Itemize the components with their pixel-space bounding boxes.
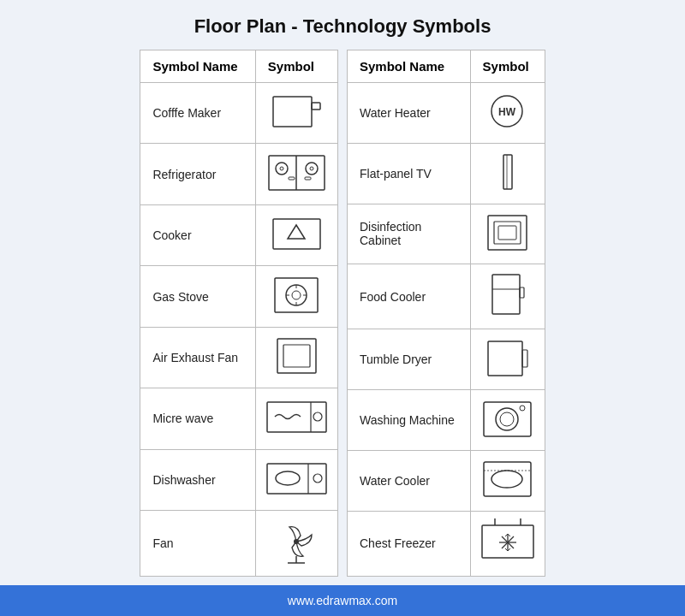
page-title: Floor Plan - Technology Symbols <box>194 0 491 50</box>
symbol-name: Micre wave <box>140 388 255 449</box>
symbol-cell <box>470 204 545 264</box>
table-row: Water Cooler <box>348 451 545 512</box>
svg-rect-41 <box>488 341 522 376</box>
footer: www.edrawmax.com <box>0 585 685 616</box>
right-table: Symbol Name Symbol Water Heater HW Flat-… <box>347 50 545 577</box>
svg-rect-33 <box>503 155 512 189</box>
table-row: Fan <box>140 511 338 577</box>
symbol-cell <box>255 144 337 204</box>
symbol-name: Tumble Dryer <box>348 329 471 390</box>
svg-rect-20 <box>283 345 310 367</box>
table-row: Tumble Dryer <box>348 329 545 390</box>
symbol-cell <box>470 329 545 390</box>
symbol-name: Water Cooler <box>348 451 471 512</box>
symbol-cell <box>470 451 545 512</box>
svg-point-5 <box>280 167 283 170</box>
symbol-cell <box>255 83 337 144</box>
symbol-name: Washing Machine <box>348 390 471 451</box>
symbol-cell: HW <box>470 83 545 144</box>
svg-rect-10 <box>273 219 320 249</box>
tables-wrapper: Symbol Name Symbol Cofffe Maker Refriger… <box>131 50 553 577</box>
symbol-name: Food Cooler <box>348 264 471 329</box>
svg-point-23 <box>313 412 322 421</box>
table-row: Gas Stove <box>140 266 338 327</box>
svg-rect-21 <box>267 402 326 432</box>
svg-point-26 <box>276 471 300 485</box>
table-row: Food Cooler <box>348 264 545 329</box>
table-row: Disinfection Cabinet <box>348 204 545 264</box>
table-row: Washing Machine <box>348 390 545 451</box>
svg-point-48 <box>491 471 522 488</box>
symbol-cell <box>470 264 545 329</box>
svg-point-7 <box>306 163 318 175</box>
left-col2-header: Symbol <box>255 50 337 83</box>
svg-point-44 <box>496 408 518 430</box>
right-col2-header: Symbol <box>470 50 545 83</box>
table-row: Cofffe Maker <box>140 83 338 144</box>
symbol-name: Dishwasher <box>140 449 255 510</box>
svg-rect-42 <box>522 350 527 367</box>
symbol-name: Gas Stove <box>140 266 255 327</box>
svg-point-27 <box>313 474 322 483</box>
table-row: Refrigerator <box>140 144 338 204</box>
symbol-name: Chest Freezer <box>348 511 471 576</box>
left-col1-header: Symbol Name <box>140 50 255 83</box>
symbol-cell <box>470 143 545 204</box>
symbol-name: Disinfection Cabinet <box>348 204 471 264</box>
symbol-cell <box>255 511 337 577</box>
svg-rect-43 <box>484 402 531 436</box>
svg-rect-1 <box>312 103 320 110</box>
table-row: Chest Freezer <box>348 511 545 576</box>
symbol-name: Cooker <box>140 204 255 265</box>
symbol-cell <box>470 511 545 576</box>
svg-rect-38 <box>492 275 520 314</box>
table-row: Flat-panel TV <box>348 143 545 204</box>
symbol-cell <box>470 390 545 451</box>
svg-point-14 <box>292 291 301 299</box>
symbol-name: Water Heater <box>348 83 471 144</box>
table-row: Water Heater HW <box>348 83 545 144</box>
svg-point-28 <box>294 539 299 544</box>
symbol-cell <box>255 327 337 388</box>
symbol-cell <box>255 204 337 265</box>
svg-point-46 <box>520 406 525 411</box>
symbol-name: Flat-panel TV <box>348 143 471 204</box>
table-row: Micre wave <box>140 388 338 449</box>
symbol-cell <box>255 266 337 327</box>
svg-rect-12 <box>275 278 318 312</box>
right-col1-header: Symbol Name <box>348 50 471 83</box>
svg-point-45 <box>500 412 514 426</box>
svg-rect-9 <box>305 177 311 180</box>
svg-marker-11 <box>288 225 305 239</box>
symbol-name: Cofffe Maker <box>140 83 255 144</box>
left-table: Symbol Name Symbol Cofffe Maker Refriger… <box>140 50 338 577</box>
symbol-name: Fan <box>140 511 255 577</box>
symbol-name: Air Exhaust Fan <box>140 327 255 388</box>
symbol-name: Refrigerator <box>140 144 255 204</box>
table-row: Air Exhaust Fan <box>140 327 338 388</box>
svg-rect-6 <box>289 177 295 180</box>
table-row: Cooker <box>140 204 338 265</box>
table-row: Dishwasher <box>140 449 338 510</box>
svg-rect-37 <box>498 226 516 240</box>
svg-point-8 <box>310 167 313 170</box>
symbol-cell <box>255 449 337 510</box>
svg-text:HW: HW <box>498 106 516 118</box>
svg-point-4 <box>276 163 288 175</box>
symbol-cell <box>255 388 337 449</box>
svg-rect-0 <box>273 97 312 127</box>
